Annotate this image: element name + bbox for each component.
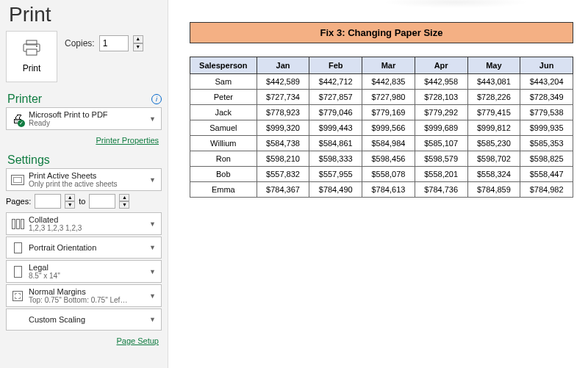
table-header: Feb (309, 57, 362, 74)
table-cell: $999,566 (362, 120, 415, 136)
table-header: May (467, 57, 520, 74)
printer-selector[interactable]: 🖨 Microsoft Print to PDF Ready ▼ (6, 107, 162, 130)
table-cell: $784,982 (520, 182, 573, 198)
print-preview: Fix 3: Changing Paper Size SalespersonJa… (168, 0, 588, 368)
table-cell: $779,415 (467, 105, 520, 120)
table-cell: $584,984 (362, 136, 415, 151)
portrait-icon (10, 239, 26, 256)
table-cell: $585,230 (467, 136, 520, 151)
pages-label: Pages: (6, 197, 31, 206)
table-row: Emma$784,367$784,490$784,613$784,736$784… (190, 182, 573, 198)
table-cell: $727,980 (362, 90, 415, 105)
table-cell: $999,320 (257, 120, 309, 136)
table-header: Apr (415, 57, 467, 74)
table-cell: $728,103 (415, 90, 467, 105)
table-cell: $598,456 (362, 151, 415, 167)
table-cell: $999,689 (415, 120, 467, 136)
table-cell: $784,490 (309, 182, 362, 198)
table-cell: $728,349 (520, 90, 573, 105)
chevron-down-icon: ▼ (147, 115, 158, 123)
paper-size-selector[interactable]: Legal 8.5" x 14" ▼ (6, 260, 162, 283)
table-cell: Jack (190, 105, 257, 120)
copies-spinner[interactable]: ▲▼ (133, 35, 143, 51)
copies-input[interactable] (99, 35, 129, 51)
copies-label: Copies: (65, 38, 95, 48)
settings-heading: Settings (6, 151, 162, 168)
blank-icon (10, 311, 26, 328)
pages-to-spinner[interactable]: ▲▼ (119, 194, 129, 209)
table-cell: Peter (190, 90, 257, 105)
table-cell: $779,292 (415, 105, 467, 120)
table-cell: $727,857 (309, 90, 362, 105)
chevron-down-icon: ▼ (147, 176, 158, 184)
orientation-selector[interactable]: Portrait Orientation ▼ (6, 237, 162, 259)
table-cell: $442,835 (362, 74, 415, 90)
margins-selector[interactable]: Normal Margins Top: 0.75" Bottom: 0.75" … (6, 284, 162, 307)
svg-rect-2 (26, 49, 37, 55)
page-setup-link[interactable]: Page Setup (117, 336, 159, 345)
table-cell: $598,333 (309, 151, 362, 167)
printer-heading: Printer i (6, 90, 162, 107)
table-cell: $443,081 (467, 74, 520, 90)
table-row: Willium$584,738$584,861$584,984$585,107$… (190, 136, 573, 151)
print-button-label: Print (23, 63, 41, 73)
chevron-down-icon: ▼ (147, 292, 158, 300)
table-cell: Willium (190, 136, 257, 151)
table-cell: Samuel (190, 120, 257, 136)
info-icon[interactable]: i (151, 94, 162, 104)
table-cell: $598,210 (257, 151, 309, 167)
table-cell: $727,734 (257, 90, 309, 105)
printer-name: Microsoft Print to PDF (29, 110, 147, 119)
table-cell: $784,613 (362, 182, 415, 198)
table-cell: $557,955 (309, 167, 362, 182)
printer-status-icon: 🖨 (10, 111, 26, 127)
table-cell: Ron (190, 151, 257, 167)
table-cell: $598,825 (520, 151, 573, 167)
print-row: Print Copies: ▲▼ (6, 31, 162, 82)
table-row: Jack$778,923$779,046$779,169$779,292$779… (190, 105, 573, 120)
table-cell: $442,958 (415, 74, 467, 90)
table-cell: $999,443 (309, 120, 362, 136)
print-button[interactable]: Print (6, 31, 57, 82)
table-cell: $598,702 (467, 151, 520, 167)
pages-to-input[interactable] (89, 194, 115, 209)
table-cell: $598,579 (415, 151, 467, 167)
printer-properties-link[interactable]: Printer Properties (96, 136, 159, 145)
table-cell: $585,107 (415, 136, 467, 151)
table-cell: $779,538 (520, 105, 573, 120)
table-cell: $778,923 (257, 105, 309, 120)
sheets-icon (10, 172, 26, 188)
table-cell: $784,859 (467, 182, 520, 198)
pages-from-input[interactable] (35, 194, 61, 209)
table-header: Salesperson (190, 57, 257, 74)
chevron-down-icon[interactable]: ▼ (133, 43, 143, 51)
table-cell: $557,832 (257, 167, 309, 182)
table-cell: $728,226 (467, 90, 520, 105)
table-row: Sam$442,589$442,712$442,835$442,958$443,… (190, 74, 573, 90)
preview-page: Fix 3: Changing Paper Size SalespersonJa… (190, 22, 573, 198)
collate-icon (10, 216, 26, 232)
printer-status: Ready (29, 119, 147, 127)
collation-selector[interactable]: Collated 1,2,3 1,2,3 1,2,3 ▼ (6, 212, 162, 235)
decorative-smudge (382, 0, 529, 8)
scaling-selector[interactable]: Custom Scaling ▼ (6, 309, 162, 331)
table-cell: $558,324 (467, 167, 520, 182)
pages-from-spinner[interactable]: ▲▼ (65, 194, 75, 209)
table-cell: $442,712 (309, 74, 362, 90)
table-cell: $999,935 (520, 120, 573, 136)
table-cell: $784,367 (257, 182, 309, 198)
table-cell: $558,078 (362, 167, 415, 182)
chevron-down-icon: ▼ (147, 244, 158, 251)
table-cell: Bob (190, 167, 257, 182)
table-cell: $779,169 (362, 105, 415, 120)
table-cell: $584,738 (257, 136, 309, 151)
document-title: Fix 3: Changing Paper Size (190, 22, 573, 43)
table-row: Samuel$999,320$999,443$999,566$999,689$9… (190, 120, 573, 136)
print-what-selector[interactable]: Print Active Sheets Only print the activ… (6, 168, 162, 191)
table-cell: $558,201 (415, 167, 467, 182)
data-table: SalespersonJanFebMarAprMayJun Sam$442,58… (190, 57, 573, 198)
copies-group: Copies: ▲▼ (65, 35, 143, 51)
chevron-up-icon[interactable]: ▲ (133, 35, 143, 43)
table-header: Mar (362, 57, 415, 74)
table-cell: $585,353 (520, 136, 573, 151)
